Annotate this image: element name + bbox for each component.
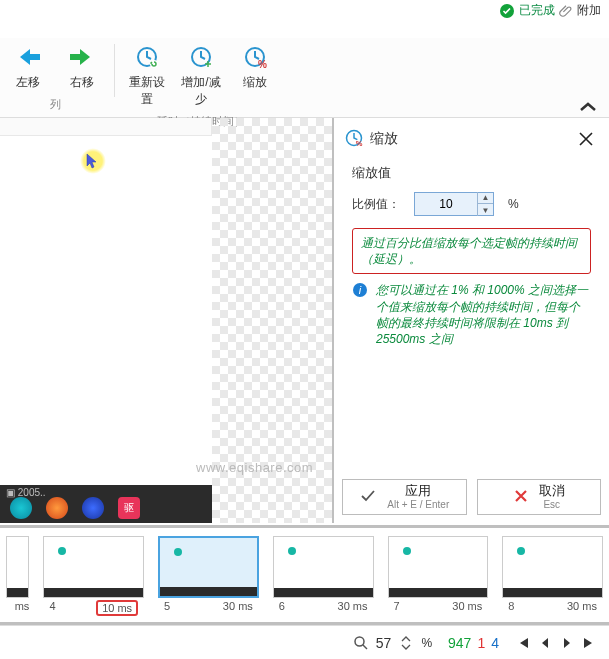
frame-ms-highlight: 10 ms	[96, 600, 138, 616]
info-icon: i	[352, 282, 368, 347]
clock-plusminus-icon	[189, 44, 213, 70]
panel-section-label: 缩放值	[352, 164, 591, 182]
status-bar: 57 % 947 1 4	[0, 625, 609, 659]
frame-5-selected[interactable]: 530 ms	[158, 536, 259, 622]
ratio-input-wrapper[interactable]: ▲ ▼	[414, 192, 494, 216]
delay-scale-button[interactable]: % 缩放	[233, 38, 277, 108]
move-right-button[interactable]: 右移	[60, 38, 104, 91]
collapse-ribbon-button[interactable]	[579, 100, 597, 116]
nav-prev-button[interactable]	[535, 634, 555, 652]
svg-text:%: %	[258, 59, 267, 69]
frame-8[interactable]: 830 ms	[502, 536, 603, 622]
status-done: 已完成	[499, 2, 555, 19]
panel-close-button[interactable]	[573, 126, 599, 152]
delay-reset-button[interactable]: 重新设置	[125, 38, 169, 108]
frame-idx: 4	[49, 600, 55, 616]
delay-incdec-button[interactable]: 增加/减少	[179, 38, 223, 108]
app-icon-4: 驱	[118, 497, 140, 519]
frame-idx: 7	[394, 600, 400, 612]
status-done-label: 已完成	[519, 2, 555, 19]
ratio-input[interactable]	[415, 197, 477, 211]
panel-icon: %	[344, 128, 364, 151]
status-red: 1	[477, 635, 485, 651]
ribbon-group-move: 左移 右移 列	[0, 38, 110, 117]
apply-label: 应用	[405, 484, 431, 498]
cursor-icon	[86, 153, 100, 169]
frame-6[interactable]: 630 ms	[273, 536, 374, 622]
app-icon-3	[82, 497, 104, 519]
clock-percent-icon: %	[243, 44, 267, 70]
apply-hint: Alt + E / Enter	[387, 499, 449, 510]
scale-panel: % 缩放 缩放值 比例值： ▲ ▼ % 通过百分比值缩放每个选定帧的持续时间（延…	[332, 118, 609, 523]
frame-ms: ms	[15, 600, 30, 612]
attach-icon[interactable]	[559, 4, 573, 18]
app-icon-1	[10, 497, 32, 519]
check-icon	[359, 487, 377, 508]
delay-incdec-label: 增加/减少	[179, 74, 223, 108]
move-right-label: 右移	[70, 74, 94, 91]
frame-4[interactable]: 410 ms	[43, 536, 144, 622]
info-text: 您可以通过在 1% 和 1000% 之间选择一个值来缩放每个帧的持续时间，但每个…	[376, 282, 591, 347]
zoom-spin[interactable]	[397, 634, 415, 652]
frame-strip[interactable]: ms 410 ms 530 ms 630 ms 730 ms 830 ms	[0, 525, 609, 625]
frame-ms: 30 ms	[452, 600, 482, 612]
attach-label[interactable]: 附加	[577, 2, 601, 19]
zoom-value: 57	[376, 635, 392, 651]
cancel-button[interactable]: 取消Esc	[477, 479, 602, 515]
x-icon	[513, 488, 529, 507]
close-icon	[578, 131, 594, 147]
frame-idx: 5	[164, 600, 170, 612]
frame-idx: 6	[279, 600, 285, 612]
preview-canvas: www.eqishare.com	[0, 118, 332, 523]
panel-title: 缩放	[370, 130, 398, 148]
arrow-left-icon	[16, 44, 40, 70]
cancel-hint: Esc	[543, 499, 560, 510]
chevron-up-icon	[579, 101, 597, 113]
check-circle-icon	[499, 3, 515, 19]
zoom-icon[interactable]	[352, 634, 370, 652]
frame-7[interactable]: 730 ms	[388, 536, 489, 622]
ratio-spin-up[interactable]: ▲	[478, 192, 493, 204]
ribbon: 左移 右移 列 重新设置 增加/减少 % 缩放 延时（持续时间）	[0, 38, 609, 118]
tip-box: 通过百分比值缩放每个选定帧的持续时间（延迟）。	[352, 228, 591, 274]
svg-text:%: %	[356, 139, 363, 148]
frame-ms: 30 ms	[567, 600, 597, 612]
move-left-label: 左移	[16, 74, 40, 91]
frame-nav	[513, 634, 599, 652]
ribbon-group-move-caption: 列	[50, 97, 61, 112]
frame-partial[interactable]: ms	[6, 536, 29, 622]
cancel-label: 取消	[539, 484, 565, 498]
arrow-right-icon	[70, 44, 94, 70]
zoom-unit: %	[421, 636, 432, 650]
frame-ms: 30 ms	[223, 600, 253, 612]
ratio-spin-down[interactable]: ▼	[478, 204, 493, 216]
ratio-unit: %	[508, 197, 519, 211]
cursor-highlight	[80, 148, 106, 174]
watermark: www.eqishare.com	[196, 460, 313, 475]
status-green: 947	[448, 635, 471, 651]
ratio-label: 比例值：	[352, 196, 400, 213]
svg-point-10	[355, 637, 364, 646]
nav-first-button[interactable]	[513, 634, 533, 652]
app-icon-2	[46, 497, 68, 519]
move-left-button[interactable]: 左移	[6, 38, 50, 91]
clock-reset-icon	[135, 44, 159, 70]
delay-scale-label: 缩放	[243, 74, 267, 91]
nav-last-button[interactable]	[579, 634, 599, 652]
nav-next-button[interactable]	[557, 634, 577, 652]
taskbar-preview: ▣ 2005.. 驱	[0, 485, 212, 523]
delay-reset-label: 重新设置	[125, 74, 169, 108]
ribbon-group-delay: 重新设置 增加/减少 % 缩放 延时（持续时间）	[119, 38, 283, 117]
frame-ms: 30 ms	[338, 600, 368, 612]
status-blue: 4	[491, 635, 499, 651]
apply-button[interactable]: 应用Alt + E / Enter	[342, 479, 467, 515]
frame-idx: 8	[508, 600, 514, 612]
